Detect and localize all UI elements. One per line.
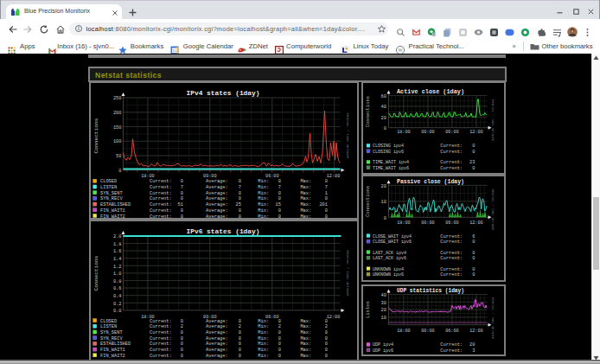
svg-text:FIN_WAIT2: FIN_WAIT2 [100, 213, 125, 218]
svg-text:0: 0 [472, 164, 476, 170]
svg-text:50: 50 [116, 153, 122, 159]
svg-text:IPv4 states (1day): IPv4 states (1day) [187, 89, 260, 96]
svg-text:Listen: Listen [365, 301, 371, 318]
svg-text:0: 0 [181, 213, 184, 218]
svg-text:0: 0 [472, 255, 476, 261]
svg-text:RRDTOOL / TOBI OETIKER: RRDTOOL / TOBI OETIKER [491, 189, 495, 231]
svg-text:Current:: Current: [440, 347, 463, 353]
svg-text:2.0: 2.0 [113, 233, 122, 239]
svg-text:Max:: Max: [300, 352, 311, 358]
svg-text:0: 0 [278, 352, 282, 358]
svg-text:40: 40 [380, 104, 386, 110]
svg-text:IPv6 states (1day): IPv6 states (1day) [187, 228, 260, 235]
svg-text:06:00: 06:00 [445, 220, 459, 226]
svg-text:12:00: 12:00 [327, 313, 341, 319]
svg-text:UDP statistics (1day): UDP statistics (1day) [397, 288, 464, 294]
svg-text:UNKNOWN ipv6: UNKNOWN ipv6 [373, 271, 404, 278]
svg-text:Connections: Connections [365, 95, 371, 126]
svg-text:00:00: 00:00 [421, 220, 435, 226]
svg-text:Current:: Current: [440, 255, 463, 261]
svg-text:0: 0 [181, 352, 184, 358]
svg-text:10: 10 [380, 315, 386, 321]
svg-text:12:00: 12:00 [469, 220, 483, 226]
svg-text:18:00: 18:00 [397, 129, 411, 135]
svg-text:00:00: 00:00 [421, 327, 435, 333]
svg-text:00:00: 00:00 [421, 129, 435, 135]
svg-text:30: 30 [380, 299, 386, 305]
svg-text:0.6: 0.6 [113, 285, 122, 291]
svg-text:0.2: 0.2 [113, 300, 122, 306]
svg-text:Passive close (1day): Passive close (1day) [397, 179, 464, 185]
svg-text:Connections: Connections [93, 255, 99, 291]
svg-text:12:00: 12:00 [469, 327, 483, 333]
svg-text:RRDTOOL / TOBI OETIKER: RRDTOOL / TOBI OETIKER [491, 297, 495, 339]
svg-text:UDP ipv6: UDP ipv6 [373, 347, 393, 353]
svg-text:FIN_WAIT2: FIN_WAIT2 [100, 352, 125, 358]
svg-text:0: 0 [325, 352, 329, 358]
svg-text:CLOSE_WAIT ipv6: CLOSE_WAIT ipv6 [373, 239, 412, 245]
svg-text:CLOSING ipv6: CLOSING ipv6 [373, 148, 404, 154]
svg-text:18:00: 18:00 [397, 220, 411, 226]
svg-text:20: 20 [380, 114, 386, 120]
svg-text:20: 20 [380, 183, 386, 189]
svg-text:0.4: 0.4 [113, 292, 122, 298]
svg-text:1.4: 1.4 [113, 255, 122, 261]
svg-text:RRDTOOL / TOBI OETIKER: RRDTOOL / TOBI OETIKER [346, 250, 349, 296]
svg-text:0: 0 [383, 125, 386, 131]
svg-text:200: 200 [113, 109, 122, 115]
svg-text:0.8: 0.8 [113, 278, 122, 284]
svg-text:Connections: Connections [365, 186, 371, 217]
svg-text:18:00: 18:00 [397, 327, 411, 333]
svg-text:10: 10 [380, 199, 386, 205]
svg-text:RRDTOOL / TOBI OETIKER: RRDTOOL / TOBI OETIKER [346, 112, 349, 158]
svg-text:06:00: 06:00 [445, 129, 459, 135]
svg-text:Average:: Average: [206, 352, 228, 358]
svg-text:0.0: 0.0 [113, 308, 122, 314]
svg-text:20: 20 [380, 307, 386, 313]
svg-text:Connections: Connections [93, 118, 99, 153]
svg-text:0: 0 [325, 213, 329, 218]
svg-text:Current:: Current: [440, 148, 463, 154]
svg-text:0: 0 [472, 148, 476, 154]
svg-text:2: 2 [433, 33, 435, 36]
svg-text:1.8: 1.8 [113, 240, 122, 246]
svg-text:Current:: Current: [150, 352, 172, 358]
svg-text:RRDTOOL / TOBI OETIKER: RRDTOOL / TOBI OETIKER [491, 99, 495, 141]
svg-text:31: 31 [172, 48, 176, 53]
svg-text:Average:: Average: [206, 213, 228, 218]
svg-text:Active close (1day): Active close (1day) [397, 89, 464, 95]
svg-text:06:00: 06:00 [445, 327, 459, 333]
svg-text:0: 0 [239, 352, 242, 358]
svg-text:Current:: Current: [150, 213, 172, 218]
svg-text:Current:: Current: [440, 271, 463, 278]
svg-text:3: 3 [472, 347, 476, 353]
svg-text:1.6: 1.6 [113, 248, 122, 254]
svg-text:0: 0 [472, 239, 476, 245]
svg-text:12:00: 12:00 [469, 129, 483, 135]
svg-text:0: 0 [472, 271, 476, 278]
svg-text:100: 100 [113, 138, 122, 144]
svg-text:1.2: 1.2 [113, 263, 122, 269]
svg-text:1.0: 1.0 [113, 271, 122, 277]
svg-text:12:00: 12:00 [327, 173, 341, 179]
svg-text:LAST_ACK ipv6: LAST_ACK ipv6 [373, 255, 406, 261]
svg-text:Max:: Max: [300, 213, 311, 218]
svg-text:W: W [398, 48, 403, 53]
svg-text:40: 40 [380, 291, 386, 297]
svg-text:0: 0 [383, 215, 386, 221]
svg-text:60: 60 [380, 93, 386, 99]
svg-text:Min:: Min: [258, 213, 269, 218]
svg-text:Min:: Min: [258, 352, 269, 358]
svg-text:Current:: Current: [440, 239, 463, 245]
svg-text:150: 150 [113, 124, 122, 130]
svg-text:0: 0 [278, 213, 282, 218]
svg-text:0: 0 [118, 168, 122, 174]
svg-text:Current:: Current: [440, 164, 463, 170]
svg-text:0: 0 [239, 213, 242, 218]
svg-text:250: 250 [113, 95, 122, 101]
svg-text:TIME_WAIT ipv6: TIME_WAIT ipv6 [373, 164, 409, 170]
